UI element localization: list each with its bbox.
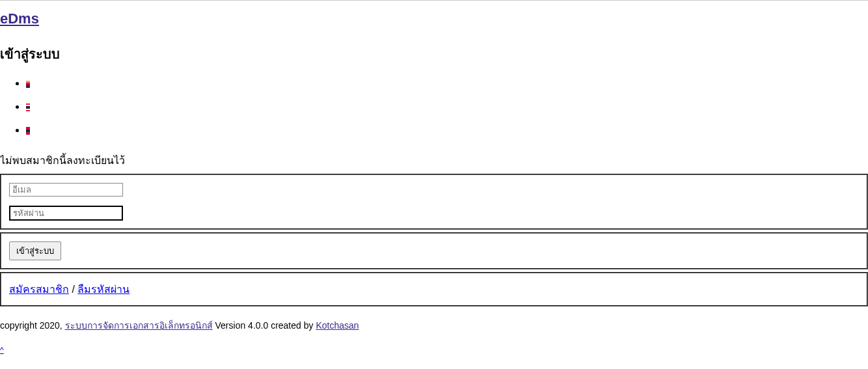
copyright-prefix: copyright 2020, — [0, 320, 65, 331]
error-message: ไม่พบสมาชิกนี้ลงทะเบียนไว้ — [0, 152, 868, 169]
email-field[interactable] — [9, 183, 123, 197]
language-item[interactable] — [26, 77, 868, 89]
flag-icon-th — [26, 103, 30, 111]
logo-heading: eDms — [0, 10, 868, 27]
page-title: เข้าสู่ระบบ — [0, 44, 868, 64]
footer: copyright 2020, ระบบการจัดการเอกสารอิเล็… — [0, 318, 868, 333]
language-list — [0, 77, 868, 136]
flag-icon-la — [26, 127, 30, 135]
link-separator: / — [69, 284, 77, 295]
login-inputs-fieldset — [0, 174, 868, 230]
login-button-fieldset: เข้าสู่ระบบ — [0, 232, 868, 269]
language-item[interactable] — [26, 124, 868, 136]
logo-link[interactable]: eDms — [0, 10, 39, 27]
scroll-top-link[interactable]: ^ — [0, 346, 868, 355]
author-link[interactable]: Kotchasan — [316, 320, 359, 331]
flag-icon-en — [26, 80, 30, 88]
login-button[interactable]: เข้าสู่ระบบ — [9, 241, 61, 260]
top-divider — [0, 0, 868, 1]
login-links-fieldset: สมัครสมาชิก / ลืมรหัสผ่าน — [0, 272, 868, 307]
forgot-password-link[interactable]: ลืมรหัสผ่าน — [77, 284, 129, 295]
language-item[interactable] — [26, 101, 868, 113]
register-link[interactable]: สมัครสมาชิก — [9, 284, 69, 295]
version-text: Version 4.0.0 created by — [213, 320, 316, 331]
password-field[interactable] — [9, 206, 123, 221]
system-name-link[interactable]: ระบบการจัดการเอกสารอิเล็กทรอนิกส์ — [65, 320, 213, 331]
